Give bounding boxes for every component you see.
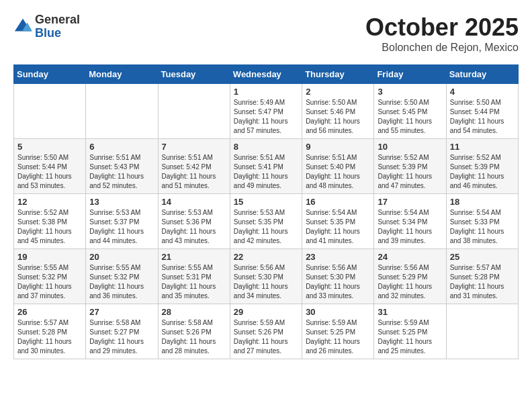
day-detail: Sunrise: 5:57 AM Sunset: 5:28 PM Dayligh… xyxy=(17,318,82,356)
calendar-week-row: 1Sunrise: 5:49 AM Sunset: 5:47 PM Daylig… xyxy=(14,84,519,139)
month-title: October 2025 xyxy=(365,13,519,42)
calendar-cell: 10Sunrise: 5:52 AM Sunset: 5:39 PM Dayli… xyxy=(374,139,446,194)
calendar-cell: 15Sunrise: 5:53 AM Sunset: 5:35 PM Dayli… xyxy=(230,194,302,249)
day-number: 10 xyxy=(378,142,442,152)
day-number: 17 xyxy=(378,197,442,207)
calendar-cell: 5Sunrise: 5:50 AM Sunset: 5:44 PM Daylig… xyxy=(14,139,86,194)
day-detail: Sunrise: 5:52 AM Sunset: 5:39 PM Dayligh… xyxy=(450,153,515,191)
calendar-week-row: 19Sunrise: 5:55 AM Sunset: 5:32 PM Dayli… xyxy=(14,249,519,304)
calendar-cell: 16Sunrise: 5:54 AM Sunset: 5:35 PM Dayli… xyxy=(302,194,374,249)
calendar-day-header: Thursday xyxy=(302,65,374,84)
day-detail: Sunrise: 5:59 AM Sunset: 5:25 PM Dayligh… xyxy=(306,318,370,356)
day-number: 8 xyxy=(234,142,298,152)
calendar-cell xyxy=(14,84,86,139)
calendar-day-header: Sunday xyxy=(14,65,86,84)
day-detail: Sunrise: 5:50 AM Sunset: 5:44 PM Dayligh… xyxy=(17,153,82,191)
day-detail: Sunrise: 5:56 AM Sunset: 5:29 PM Dayligh… xyxy=(378,263,442,301)
day-detail: Sunrise: 5:54 AM Sunset: 5:34 PM Dayligh… xyxy=(378,208,442,246)
day-detail: Sunrise: 5:53 AM Sunset: 5:37 PM Dayligh… xyxy=(89,208,154,246)
calendar-cell: 17Sunrise: 5:54 AM Sunset: 5:34 PM Dayli… xyxy=(374,194,446,249)
day-detail: Sunrise: 5:58 AM Sunset: 5:26 PM Dayligh… xyxy=(162,318,226,356)
day-detail: Sunrise: 5:50 AM Sunset: 5:46 PM Dayligh… xyxy=(306,98,370,136)
day-number: 19 xyxy=(17,252,82,262)
calendar-cell: 23Sunrise: 5:56 AM Sunset: 5:30 PM Dayli… xyxy=(302,249,374,304)
day-number: 2 xyxy=(306,87,370,97)
day-detail: Sunrise: 5:55 AM Sunset: 5:32 PM Dayligh… xyxy=(89,263,154,301)
calendar-week-row: 5Sunrise: 5:50 AM Sunset: 5:44 PM Daylig… xyxy=(14,139,519,194)
day-number: 9 xyxy=(306,142,370,152)
calendar-cell: 13Sunrise: 5:53 AM Sunset: 5:37 PM Dayli… xyxy=(86,194,158,249)
calendar-cell: 4Sunrise: 5:50 AM Sunset: 5:44 PM Daylig… xyxy=(446,84,518,139)
day-number: 15 xyxy=(234,197,298,207)
day-number: 11 xyxy=(450,142,515,152)
day-detail: Sunrise: 5:53 AM Sunset: 5:36 PM Dayligh… xyxy=(162,208,226,246)
day-detail: Sunrise: 5:59 AM Sunset: 5:26 PM Dayligh… xyxy=(234,318,298,356)
day-detail: Sunrise: 5:57 AM Sunset: 5:28 PM Dayligh… xyxy=(450,263,515,301)
calendar-cell: 27Sunrise: 5:58 AM Sunset: 5:27 PM Dayli… xyxy=(86,304,158,359)
calendar-cell: 29Sunrise: 5:59 AM Sunset: 5:26 PM Dayli… xyxy=(230,304,302,359)
calendar-header-row: SundayMondayTuesdayWednesdayThursdayFrid… xyxy=(14,65,519,84)
day-number: 20 xyxy=(89,252,154,262)
calendar-cell: 30Sunrise: 5:59 AM Sunset: 5:25 PM Dayli… xyxy=(302,304,374,359)
calendar-cell: 22Sunrise: 5:56 AM Sunset: 5:30 PM Dayli… xyxy=(230,249,302,304)
day-number: 24 xyxy=(378,252,442,262)
day-detail: Sunrise: 5:52 AM Sunset: 5:39 PM Dayligh… xyxy=(378,153,442,191)
location-subtitle: Bolonchen de Rejon, Mexico xyxy=(365,42,519,54)
calendar-day-header: Wednesday xyxy=(230,65,302,84)
calendar-cell: 25Sunrise: 5:57 AM Sunset: 5:28 PM Dayli… xyxy=(446,249,518,304)
day-detail: Sunrise: 5:52 AM Sunset: 5:38 PM Dayligh… xyxy=(17,208,82,246)
calendar-cell xyxy=(86,84,158,139)
day-number: 29 xyxy=(234,307,298,317)
calendar-day-header: Monday xyxy=(86,65,158,84)
day-detail: Sunrise: 5:55 AM Sunset: 5:31 PM Dayligh… xyxy=(162,263,226,301)
calendar-cell: 11Sunrise: 5:52 AM Sunset: 5:39 PM Dayli… xyxy=(446,139,518,194)
day-number: 30 xyxy=(306,307,370,317)
day-detail: Sunrise: 5:59 AM Sunset: 5:25 PM Dayligh… xyxy=(378,318,442,356)
calendar-cell: 19Sunrise: 5:55 AM Sunset: 5:32 PM Dayli… xyxy=(14,249,86,304)
calendar-cell xyxy=(446,304,518,359)
day-detail: Sunrise: 5:58 AM Sunset: 5:27 PM Dayligh… xyxy=(89,318,154,356)
day-number: 27 xyxy=(89,307,154,317)
calendar-cell: 1Sunrise: 5:49 AM Sunset: 5:47 PM Daylig… xyxy=(230,84,302,139)
day-number: 25 xyxy=(450,252,515,262)
day-detail: Sunrise: 5:51 AM Sunset: 5:42 PM Dayligh… xyxy=(162,153,226,191)
calendar-cell: 7Sunrise: 5:51 AM Sunset: 5:42 PM Daylig… xyxy=(158,139,230,194)
day-detail: Sunrise: 5:51 AM Sunset: 5:40 PM Dayligh… xyxy=(306,153,370,191)
title-block: October 2025 Bolonchen de Rejon, Mexico xyxy=(365,13,519,54)
calendar-day-header: Tuesday xyxy=(158,65,230,84)
day-number: 26 xyxy=(17,307,82,317)
day-number: 6 xyxy=(89,142,154,152)
day-number: 23 xyxy=(306,252,370,262)
day-number: 3 xyxy=(378,87,442,97)
calendar-cell: 28Sunrise: 5:58 AM Sunset: 5:26 PM Dayli… xyxy=(158,304,230,359)
calendar-week-row: 12Sunrise: 5:52 AM Sunset: 5:38 PM Dayli… xyxy=(14,194,519,249)
calendar-cell: 18Sunrise: 5:54 AM Sunset: 5:33 PM Dayli… xyxy=(446,194,518,249)
logo: General Blue xyxy=(13,13,80,40)
logo-blue: Blue xyxy=(35,27,80,40)
day-detail: Sunrise: 5:55 AM Sunset: 5:32 PM Dayligh… xyxy=(17,263,82,301)
calendar-day-header: Saturday xyxy=(446,65,518,84)
day-detail: Sunrise: 5:50 AM Sunset: 5:45 PM Dayligh… xyxy=(378,98,442,136)
day-number: 5 xyxy=(17,142,82,152)
calendar-cell: 6Sunrise: 5:51 AM Sunset: 5:43 PM Daylig… xyxy=(86,139,158,194)
page-header: General Blue October 2025 Bolonchen de R… xyxy=(13,13,519,54)
calendar-cell: 8Sunrise: 5:51 AM Sunset: 5:41 PM Daylig… xyxy=(230,139,302,194)
calendar-cell: 3Sunrise: 5:50 AM Sunset: 5:45 PM Daylig… xyxy=(374,84,446,139)
day-number: 12 xyxy=(17,197,82,207)
calendar-cell xyxy=(158,84,230,139)
calendar-cell: 31Sunrise: 5:59 AM Sunset: 5:25 PM Dayli… xyxy=(374,304,446,359)
day-detail: Sunrise: 5:56 AM Sunset: 5:30 PM Dayligh… xyxy=(306,263,370,301)
day-number: 13 xyxy=(89,197,154,207)
day-number: 16 xyxy=(306,197,370,207)
logo-general: General xyxy=(35,13,80,27)
day-number: 28 xyxy=(162,307,226,317)
calendar-table: SundayMondayTuesdayWednesdayThursdayFrid… xyxy=(13,64,519,359)
calendar-cell: 26Sunrise: 5:57 AM Sunset: 5:28 PM Dayli… xyxy=(14,304,86,359)
calendar-week-row: 26Sunrise: 5:57 AM Sunset: 5:28 PM Dayli… xyxy=(14,304,519,359)
calendar-cell: 20Sunrise: 5:55 AM Sunset: 5:32 PM Dayli… xyxy=(86,249,158,304)
calendar-day-header: Friday xyxy=(374,65,446,84)
day-number: 14 xyxy=(162,197,226,207)
day-detail: Sunrise: 5:54 AM Sunset: 5:33 PM Dayligh… xyxy=(450,208,515,246)
day-number: 21 xyxy=(162,252,226,262)
calendar-cell: 2Sunrise: 5:50 AM Sunset: 5:46 PM Daylig… xyxy=(302,84,374,139)
